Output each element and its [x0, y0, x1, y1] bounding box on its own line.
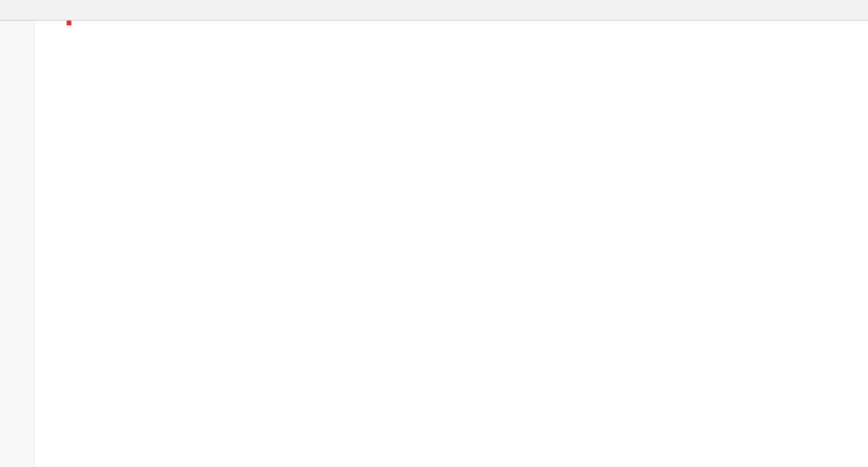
code-area[interactable] [67, 21, 868, 467]
annotation-highlight-box [67, 21, 71, 25]
tab-bar [0, 0, 868, 21]
marker-column [35, 21, 67, 467]
editor-area [0, 21, 868, 467]
line-number-gutter [0, 21, 35, 467]
